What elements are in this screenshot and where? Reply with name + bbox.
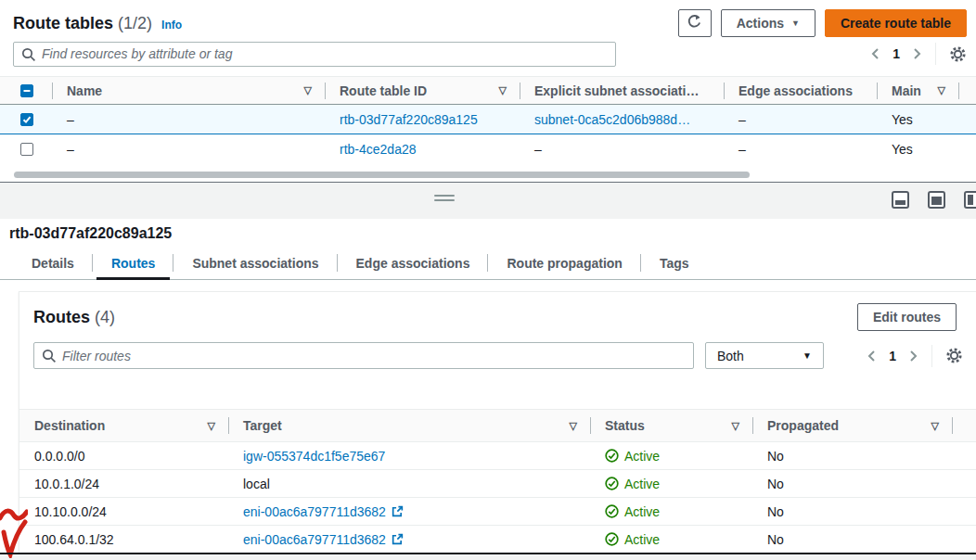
route-row[interactable]: 0.0.0.0/0 igw-055374dc1f5e75e67 Active N… xyxy=(19,442,976,470)
target-link[interactable]: eni-00ac6a797711d3682 xyxy=(243,532,386,547)
preferences-gear-icon[interactable] xyxy=(949,45,967,63)
search-icon xyxy=(42,349,57,363)
tab-subnet-associations[interactable]: Subnet associations xyxy=(173,247,337,279)
next-page-icon[interactable] xyxy=(913,47,922,60)
cell-name: – xyxy=(52,105,325,134)
page-number[interactable]: 1 xyxy=(889,349,896,363)
routes-card: Routes (4) Edit routes Both ▼ 1 xyxy=(19,291,976,553)
routes-filter[interactable] xyxy=(33,342,694,369)
list-toolbar: 1 xyxy=(13,41,967,67)
column-header-propagated[interactable]: Propagated ▽ xyxy=(752,410,952,441)
actions-button[interactable]: Actions ▼ xyxy=(721,9,815,37)
subnet-association-link[interactable]: subnet-0ca5c2d06b988d… xyxy=(534,112,690,127)
route-tables-table: Name ▽ Route table ID ▽ Explicit subnet … xyxy=(0,76,976,164)
route-table-id-link[interactable]: rtb-03d77af220c89a125 xyxy=(340,112,478,127)
routes-filter-row: Both ▼ 1 xyxy=(33,342,963,369)
target-link[interactable]: eni-00ac6a797711d3682 xyxy=(243,504,386,519)
column-header-explicit-subnet[interactable]: Explicit subnet associati… xyxy=(520,77,724,104)
actions-button-label: Actions xyxy=(737,16,784,31)
tab-tags[interactable]: Tags xyxy=(641,247,708,279)
cell-destination: 100.64.0.1/32 xyxy=(19,526,228,553)
tab-details[interactable]: Details xyxy=(13,247,93,279)
tab-route-propagation[interactable]: Route propagation xyxy=(488,247,640,279)
cell-target-local: local xyxy=(228,470,590,497)
detail-tabs: Details Routes Subnet associations Edge … xyxy=(0,247,976,280)
selected-count: (1/2) xyxy=(118,14,152,32)
edit-routes-button[interactable]: Edit routes xyxy=(857,303,957,331)
cell-destination: 10.0.1.0/24 xyxy=(19,470,228,497)
status-active-icon xyxy=(605,477,619,490)
column-header-edge-associations[interactable]: Edge associations xyxy=(724,77,877,104)
detail-panel: rtb-03d77af220c89a125 Details Routes Sub… xyxy=(0,219,976,553)
column-header-extra xyxy=(952,410,976,441)
external-link-icon xyxy=(392,505,404,517)
resource-search[interactable] xyxy=(13,42,616,67)
info-link[interactable]: Info xyxy=(161,19,182,32)
sort-icon: ▽ xyxy=(304,84,325,96)
sort-icon: ▽ xyxy=(570,420,590,432)
cell-propagated: No xyxy=(752,498,952,525)
divider xyxy=(931,345,932,367)
column-header-target[interactable]: Target ▽ xyxy=(228,410,590,441)
prev-page-icon[interactable] xyxy=(867,350,876,363)
routes-filter-input[interactable] xyxy=(62,349,693,363)
prev-page-icon[interactable] xyxy=(870,47,880,60)
chevron-down-icon: ▼ xyxy=(791,19,800,28)
cell-edge: – xyxy=(724,134,877,164)
window-bottom-edge xyxy=(0,553,976,554)
horizontal-scrollbar xyxy=(0,167,976,182)
preferences-gear-icon[interactable] xyxy=(945,347,963,364)
select-all-cell xyxy=(0,77,52,104)
create-route-table-button[interactable]: Create route table xyxy=(825,9,967,37)
resource-search-input[interactable] xyxy=(42,46,615,61)
select-all-checkbox[interactable] xyxy=(20,84,33,97)
status-badge: Active xyxy=(605,449,660,464)
status-active-icon xyxy=(605,532,619,546)
sort-icon: ▽ xyxy=(499,84,520,96)
column-header-route-table-id[interactable]: Route table ID ▽ xyxy=(325,77,520,104)
horizontal-scrollbar-thumb[interactable] xyxy=(14,172,750,178)
sort-icon: ▽ xyxy=(208,420,228,432)
route-scope-select[interactable]: Both ▼ xyxy=(705,342,824,369)
route-row[interactable]: 100.64.0.1/32 eni-00ac6a797711d3682 Acti… xyxy=(19,526,976,554)
split-panel-drag-handle[interactable] xyxy=(434,195,455,204)
cell-destination: 10.10.0.0/24 xyxy=(19,498,228,525)
route-row[interactable]: 10.10.0.0/24 eni-00ac6a797711d3682 Activ… xyxy=(19,498,976,526)
column-header-destination[interactable]: Destination ▽ xyxy=(19,410,228,441)
target-link[interactable]: igw-055374dc1f5e75e67 xyxy=(243,449,385,464)
layout-bottom-split-icon[interactable] xyxy=(892,191,909,209)
column-header-status[interactable]: Status ▽ xyxy=(590,410,752,441)
column-header-name[interactable]: Name ▽ xyxy=(52,77,325,104)
row-checkbox-checked[interactable] xyxy=(20,113,33,126)
routes-table: Destination ▽ Target ▽ Status ▽ Propagat… xyxy=(19,409,976,554)
row-checkbox-unchecked[interactable] xyxy=(20,143,33,156)
cell-main: Yes xyxy=(877,105,958,134)
column-header-main[interactable]: Main ▽ xyxy=(877,77,958,104)
cell-explicit: – xyxy=(520,134,724,164)
sort-icon: ▽ xyxy=(732,420,752,432)
window-bottom-strip xyxy=(0,554,976,560)
route-table-id-link[interactable]: rtb-4ce2da28 xyxy=(340,142,417,157)
status-badge: Active xyxy=(605,532,660,547)
panel-layout-controls xyxy=(892,191,976,209)
tab-routes[interactable]: Routes xyxy=(93,247,173,279)
refresh-icon xyxy=(687,14,702,32)
layout-side-split-icon[interactable] xyxy=(964,191,976,209)
table-row[interactable]: – rtb-03d77af220c89a125 subnet-0ca5c2d06… xyxy=(0,105,976,134)
vpc-route-tables-screen: Route tables (1/2) Info Actions ▼ Create… xyxy=(0,0,976,560)
sort-icon: ▽ xyxy=(931,420,952,432)
layout-expanded-split-icon[interactable] xyxy=(928,191,945,209)
table-row[interactable]: – rtb-4ce2da28 – – Yes xyxy=(0,134,976,164)
divider xyxy=(935,43,936,65)
search-icon xyxy=(21,47,36,62)
route-row[interactable]: 10.0.1.0/24 local Active No xyxy=(19,470,976,498)
routes-section-title: Routes (4) xyxy=(33,308,115,327)
refresh-button[interactable] xyxy=(678,9,712,37)
page-title: Route tables (1/2) xyxy=(13,14,152,33)
page-number[interactable]: 1 xyxy=(893,46,900,61)
route-tables-table-header: Name ▽ Route table ID ▽ Explicit subnet … xyxy=(0,76,976,105)
tab-edge-associations[interactable]: Edge associations xyxy=(338,247,489,279)
list-panel-header: Route tables (1/2) Info Actions ▼ Create… xyxy=(13,7,967,39)
list-pagination: 1 xyxy=(870,43,967,65)
next-page-icon[interactable] xyxy=(909,350,918,363)
